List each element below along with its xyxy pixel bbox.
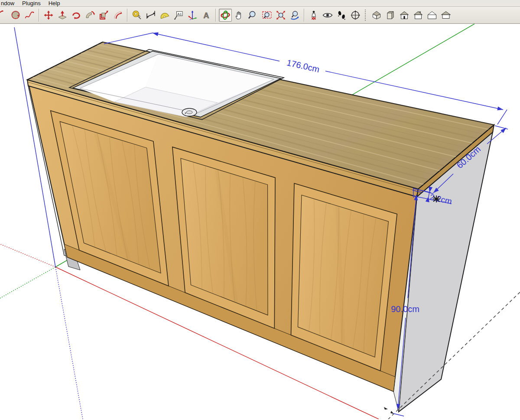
3d-text-icon: A <box>201 10 211 20</box>
offset-tool[interactable] <box>111 9 124 22</box>
push-pull-icon <box>57 10 68 20</box>
house-left-icon <box>427 10 437 20</box>
house-right-icon <box>441 10 451 20</box>
toolbar-separator <box>39 9 39 22</box>
cursor-artifact <box>433 195 440 202</box>
top-view-button[interactable] <box>384 9 397 22</box>
compass-icon <box>350 10 361 20</box>
house-front-icon <box>399 10 410 20</box>
text-icon: A1 <box>173 10 184 20</box>
house-box-icon <box>385 10 396 20</box>
house-back-icon <box>413 10 423 20</box>
toolbar-separator <box>127 9 128 22</box>
arc-icon <box>0 10 7 20</box>
axes-icon <box>187 10 198 20</box>
menu-item-help[interactable]: Help <box>45 0 64 7</box>
dimension-icon <box>146 10 156 20</box>
previous-view-tool[interactable] <box>288 9 301 22</box>
position-camera-icon <box>309 10 319 20</box>
protractor-tool[interactable] <box>158 9 171 22</box>
rotate-icon <box>71 10 81 20</box>
zoom-tool[interactable] <box>247 9 260 22</box>
freehand-icon <box>24 10 35 20</box>
iso-view-button[interactable] <box>370 9 383 22</box>
pan-icon <box>234 10 244 20</box>
zoom-window-icon <box>262 10 272 20</box>
zoom-previous-icon <box>289 10 300 20</box>
toolbar-separator <box>304 9 305 22</box>
eye-icon <box>322 10 333 20</box>
tape-measure-icon <box>132 10 142 20</box>
toolbar-group-modify <box>42 9 125 22</box>
cabinet-model[interactable] <box>27 42 494 412</box>
toolbar: A1A <box>0 7 520 24</box>
drawing-canvas[interactable]: 176.0cm60.0cm2.2cm90.0cm <box>0 24 520 419</box>
house-iso-icon <box>371 10 382 20</box>
toolbar-drag-handle <box>365 10 367 21</box>
svg-text:A1: A1 <box>177 12 182 16</box>
polygon-icon <box>10 10 21 20</box>
back-view-button[interactable] <box>412 9 425 22</box>
protractor-icon <box>159 10 170 20</box>
look-around-tool[interactable] <box>321 9 334 22</box>
right-view-button[interactable] <box>439 9 452 22</box>
axes-tool[interactable] <box>186 9 199 22</box>
walk-tool[interactable] <box>335 9 348 22</box>
offset-icon <box>113 10 123 20</box>
freehand-tool[interactable] <box>23 9 36 22</box>
left-view-button[interactable] <box>426 9 439 22</box>
scale-icon <box>99 10 109 20</box>
menu-item-ndow[interactable]: ndow <box>0 0 18 7</box>
push-pull-tool[interactable] <box>56 9 69 22</box>
move-icon <box>43 10 54 20</box>
scale-tool[interactable] <box>98 9 110 22</box>
rotate-tool[interactable] <box>70 9 83 22</box>
tape-measure-tool[interactable] <box>130 9 143 22</box>
pan-tool[interactable] <box>233 9 246 22</box>
zoom-window-tool[interactable] <box>260 9 273 22</box>
dimension-tool[interactable] <box>144 9 157 22</box>
move-tool[interactable] <box>42 9 55 22</box>
svg-text:A: A <box>204 11 209 20</box>
dimension-label-height[interactable]: 90.0cm <box>391 304 419 314</box>
toolbar-group-walkthrough <box>307 9 362 22</box>
dimension-label-width[interactable]: 176.0cm <box>286 58 321 74</box>
toolbar-group-camera <box>218 9 302 22</box>
toolbar-group-construction: A1A <box>130 9 213 22</box>
compass-tool[interactable] <box>349 9 362 22</box>
zoom-icon <box>248 10 258 20</box>
zoom-extents-tool[interactable] <box>274 9 287 22</box>
follow-me-icon <box>85 10 95 20</box>
arc-tool[interactable] <box>0 9 8 22</box>
menu-bar: ndowPluginsHelp <box>0 0 520 7</box>
toolbar-group-views <box>370 9 453 22</box>
polygon-tool[interactable] <box>9 9 22 22</box>
position-camera-tool[interactable] <box>307 9 320 22</box>
canvas-wrap: 176.0cm60.0cm2.2cm90.0cm <box>0 24 520 419</box>
orbit-icon <box>220 10 231 20</box>
front-view-button[interactable] <box>398 9 411 22</box>
text-tool[interactable]: A1 <box>172 9 185 22</box>
menu-item-plugins[interactable]: Plugins <box>18 0 45 7</box>
follow-me-tool[interactable] <box>84 9 97 22</box>
walk-icon <box>336 10 347 20</box>
zoom-extents-icon <box>276 10 286 20</box>
toolbar-separator <box>215 9 216 22</box>
3d-text-tool[interactable]: A <box>200 9 213 22</box>
orbit-tool[interactable] <box>219 9 232 22</box>
toolbar-group-draw <box>0 9 36 22</box>
